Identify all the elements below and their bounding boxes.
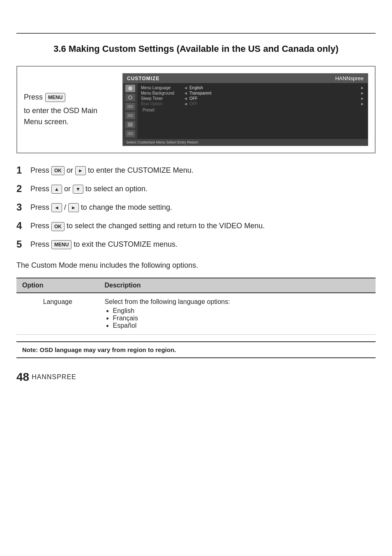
step3-slash: / (64, 202, 66, 213)
step-2-row: 2 Press ▲ or ▼ to select an option. (16, 183, 376, 195)
table-header-description: Description (99, 278, 376, 293)
osd-menu-title: CUSTOMIZE (127, 76, 159, 81)
table-cell-option: Language (16, 293, 99, 335)
osd-row-label-3: Sleep Timer (141, 96, 182, 101)
step5-press: Press (30, 239, 49, 250)
note-box: Note: OSD language may vary from region … (16, 341, 376, 358)
osd-left-text: Press MENU to enter the OSD Main Menu sc… (24, 92, 122, 127)
menu-key: MENU (45, 93, 65, 102)
step-1-row: 1 Press OK or ► to enter the CUSTOMIZE M… (16, 165, 376, 176)
step2-key-up: ▲ (51, 185, 62, 194)
osd-menu-content: Menu Language ◄ English ► Menu Backgroun… (123, 83, 368, 139)
step2-press: Press (30, 183, 49, 195)
footer-brand-light: spree (52, 373, 76, 380)
step2-key-down: ▼ (73, 185, 83, 194)
footer-brand-bold: HANN (32, 373, 52, 380)
step1-text: to enter the CUSTOMIZE Menu. (88, 165, 194, 176)
step1-key-right: ► (75, 166, 86, 175)
step2-text: to select an option. (85, 183, 148, 195)
step3-key-right: ► (68, 203, 79, 212)
osd-arrow-right-4: ► (360, 102, 364, 106)
step5-text: to exit the CUSTOMIZE menus. (74, 239, 178, 250)
osd-icon-5 (125, 121, 135, 128)
step2-or: or (64, 183, 71, 195)
step-3-content: Press ◄ / ► to change the mode setting. (30, 202, 172, 213)
osd-menu-row-3: Sleep Timer ◄ OFF ► (141, 96, 364, 101)
step1-or: or (67, 165, 73, 176)
step3-press: Press (30, 202, 49, 213)
osd-menu-row-4: Blue Option ◄ OFF ► (141, 102, 364, 106)
table-header-row: Option Description (16, 278, 376, 293)
step-2-num: 2 (16, 183, 26, 194)
list-item-espanol: Español (113, 322, 370, 329)
osd-icon-3 (125, 103, 135, 110)
description-list: English Français Español (105, 307, 370, 329)
step-1-content: Press OK or ► to enter the CUSTOMIZE Men… (30, 165, 194, 176)
osd-menu-row-2: Menu Background ◄ Transparent ► (141, 91, 364, 95)
press-label: Press (24, 92, 43, 103)
step-4-content: Press OK to select the changed setting a… (30, 220, 265, 232)
step4-key-ok: OK (51, 222, 65, 231)
osd-arrow-right-1: ► (360, 86, 364, 90)
step-5-row: 5 Press MENU to exit the CUSTOMIZE menus… (16, 239, 376, 250)
osd-display: CUSTOMIZE HANNspree (122, 73, 368, 146)
table-header-option: Option (16, 278, 99, 293)
osd-icon-circle (128, 95, 132, 100)
footer-brand: HANNspree (32, 373, 76, 381)
osd-icon-column (123, 83, 138, 139)
osd-brand-bold: HANN (335, 75, 350, 81)
osd-icon-2 (125, 94, 135, 101)
osd-arrow-right-3: ► (360, 96, 364, 101)
osd-icon-6 (125, 130, 135, 137)
osd-brand-light: spree (350, 75, 364, 81)
osd-menu-row-1: Menu Language ◄ English ► (141, 86, 364, 90)
intro-paragraph: The Custom Mode menu includes the follow… (16, 260, 376, 271)
step-4-row: 4 Press OK to select the changed setting… (16, 220, 376, 232)
osd-row-value-4: OFF (189, 102, 359, 106)
list-item-francais: Français (113, 315, 370, 322)
osd-footer-bar: Select Customize Menu Select Entry Retur… (123, 139, 368, 146)
page-footer: 48 HANNspree (16, 371, 376, 384)
osd-row-label-4: Blue Option (141, 102, 182, 106)
options-table: Option Description Language Select from … (16, 278, 376, 335)
osd-row-value-3: OFF (189, 96, 359, 101)
step1-press: Press (30, 165, 49, 176)
osd-arrow-left-2: ◄ (184, 91, 188, 95)
osd-arrow-right-2: ► (360, 91, 364, 95)
osd-arrow-left-4: ◄ (184, 102, 188, 106)
osd-brand-logo: HANNspree (335, 75, 364, 81)
osd-header-bar: CUSTOMIZE HANNspree (123, 74, 368, 83)
note-text: Note: OSD language may vary from region … (22, 346, 176, 353)
step5-key-menu: MENU (51, 240, 71, 249)
step-2-content: Press ▲ or ▼ to select an option. (30, 183, 148, 195)
osd-instruction: Press MENU to enter the OSD Main Menu sc… (24, 92, 114, 127)
osd-icon-4 (125, 112, 135, 119)
step3-key-left: ◄ (51, 203, 62, 212)
page-number: 48 (16, 371, 29, 384)
osd-row-value-1: English (189, 86, 359, 90)
step-5-content: Press MENU to exit the CUSTOMIZE menus. (30, 239, 178, 250)
step-4-num: 4 (16, 220, 26, 231)
osd-screenshot-box: Press MENU to enter the OSD Main Menu sc… (16, 66, 376, 153)
section-heading: 3.6 Making Custom Settings (Available in… (16, 44, 376, 54)
osd-preset-label: Preset (141, 107, 364, 112)
table-row: Language Select from the following langu… (16, 293, 376, 335)
osd-arrow-left-1: ◄ (184, 86, 188, 90)
step4-text: to select the changed setting and return… (67, 222, 265, 230)
step-3-num: 3 (16, 202, 26, 213)
step4-press: Press (30, 222, 51, 230)
osd-row-label-2: Menu Background (141, 91, 182, 95)
step-1-num: 1 (16, 165, 26, 176)
osd-footer-text: Select Customize Menu Select Entry Retur… (126, 140, 198, 144)
step-5-num: 5 (16, 239, 26, 250)
steps-container: 1 Press OK or ► to enter the CUSTOMIZE M… (16, 165, 376, 250)
step-3-row: 3 Press ◄ / ► to change the mode setting… (16, 202, 376, 213)
step3-text: to change the mode setting. (81, 202, 172, 213)
osd-row-label-1: Menu Language (141, 86, 182, 90)
list-item-english: English (113, 307, 370, 315)
description-intro: Select from the following language optio… (105, 298, 230, 305)
top-divider (16, 33, 376, 34)
osd-arrow-left-3: ◄ (184, 96, 188, 101)
to-label: to enter the OSD Main Menu screen. (24, 105, 114, 127)
osd-menu-rows: Menu Language ◄ English ► Menu Backgroun… (138, 83, 368, 139)
